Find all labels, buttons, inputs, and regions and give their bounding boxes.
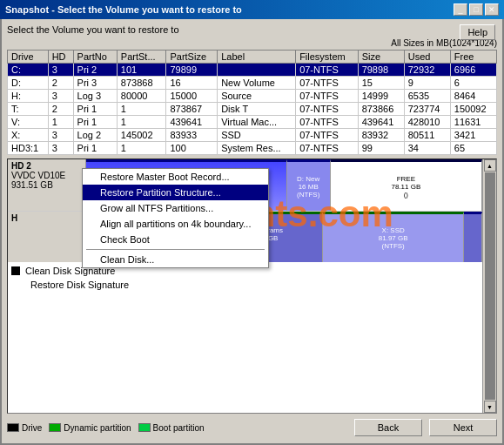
disk-area: HD 2 VVDC VD10E 931.51 GB T: Disk T853.3… [7,158,497,414]
table-cell: D: [8,77,49,90]
table-row[interactable]: X:3Log 214500283933SSD07-NTFS83932805113… [8,129,497,142]
context-menu-sep [86,249,265,250]
table-row[interactable]: D:2Pri 387386816New Volume07-NTFS1596 [8,77,497,90]
table-row[interactable]: H:3Log 38000015000Source07-NTFS149996535… [8,90,497,103]
context-menu-item-clean-disk[interactable]: Clean Disk... [83,252,268,267]
disk-1-label: HD 2 VVDC VD10E 931.51 GB [8,159,86,211]
table-cell: HD3:1 [8,142,49,155]
next-button[interactable]: Next [429,419,497,436]
table-cell: 1 [117,103,166,116]
table-row[interactable]: C:3Pri 21017989907-NTFS79898729326966 [8,64,497,77]
table-cell: 3 [48,90,73,103]
table-cell: T: [8,103,49,116]
table-cell: Pri 1 [73,103,117,116]
table-cell: 72932 [404,64,450,77]
window-controls: _ □ ✕ [454,3,499,16]
maximize-button[interactable]: □ [469,3,483,16]
table-cell: 1 [117,142,166,155]
col-partsize: PartSize [166,51,218,64]
table-cell: 99 [358,142,404,155]
table-cell: 15 [358,77,404,90]
partition-small[interactable] [464,212,482,262]
volume-table: Drive HD PartNo PartSt... PartSize Label… [7,50,497,155]
instruction-text: Select the Volume you want to restore to [7,24,497,35]
restore-disk-signature[interactable]: Restore Disk Signature [8,278,482,292]
restore-disk-label: Restore Disk Signature [30,280,129,290]
col-partst: PartSt... [117,51,166,64]
table-cell: Source [218,90,296,103]
table-cell: 3421 [450,129,496,142]
table-cell: SSD [218,129,296,142]
context-menu-item-grow-ntfs[interactable]: Grow all NTFS Partitions... [83,200,268,216]
nav-buttons: Back Next [354,419,497,436]
disk-1-name: HD 2 [11,161,82,171]
table-cell: 2 [48,77,73,90]
table-cell: 15000 [166,90,218,103]
col-hd: HD [48,51,73,64]
col-size: Size [358,51,404,64]
context-menu-item-restore-mbr[interactable]: Restore Master Boot Record... [83,169,268,185]
legend-label-dynamic: Dynamic partition [64,423,131,433]
disk-1-size: 931.51 GB [11,180,82,190]
table-cell: System Res... [218,142,296,155]
disk-2-name: H [11,213,82,223]
table-cell: New Volume [218,77,296,90]
table-cell: 3 [48,142,73,155]
col-partno: PartNo [73,51,117,64]
table-cell: 873868 [117,77,166,90]
table-cell: 100 [166,142,218,155]
table-cell: 16 [166,77,218,90]
table-cell: H: [8,90,49,103]
table-cell: 07-NTFS [296,116,359,129]
table-cell: 3 [48,64,73,77]
table-cell: 14999 [358,90,404,103]
table-cell: Virtual Mac... [218,116,296,129]
scroll-up-arrow[interactable]: ▲ [484,159,496,172]
table-cell: 83933 [166,129,218,142]
table-cell: X: [8,129,49,142]
clean-disk-dot [11,266,20,275]
scroll-thumb[interactable] [485,172,495,400]
table-cell: 6966 [450,64,496,77]
partition-X[interactable]: X: SSD81.97 GB(NTFS) [323,212,464,262]
legend-label-drive: Drive [22,423,42,433]
table-cell: 83932 [358,129,404,142]
col-free: Free [450,51,496,64]
table-cell: 723774 [404,103,450,116]
table-cell: Log 2 [73,129,117,142]
table-cell: 80511 [404,129,450,142]
table-row[interactable]: HD3:13Pri 11100System Res...07-NTFS99346… [8,142,497,155]
table-row[interactable]: T:2Pri 11873867Disk T07-NTFS873866723774… [8,103,497,116]
table-cell: C: [8,64,49,77]
scroll-down-arrow[interactable]: ▼ [484,401,496,413]
col-label: Label [218,51,296,64]
table-cell: 07-NTFS [296,103,359,116]
disk-content: HD 2 VVDC VD10E 931.51 GB T: Disk T853.3… [8,159,482,413]
table-cell: 3 [48,129,73,142]
table-cell: 9 [404,77,450,90]
legend-label-boot: Boot partition [153,423,205,433]
back-button[interactable]: Back [354,419,422,436]
partition-D[interactable]: D: New16 MB(NTFS) [287,159,331,211]
help-button[interactable]: Help [460,24,495,40]
disk-area-scrollbar[interactable]: ▲ ▼ [482,159,496,413]
table-header-row: Drive HD PartNo PartSt... PartSize Label… [8,51,497,64]
table-cell [218,64,296,77]
disk-row-1: HD 2 VVDC VD10E 931.51 GB T: Disk T853.3… [8,159,482,212]
close-button[interactable]: ✕ [485,3,499,16]
context-menu-item-align[interactable]: Align all partitions on 4k boundary... [83,216,268,232]
window-title: Snapshot - Select the Volume you want to… [5,4,242,15]
disk-2-label: H [8,212,86,262]
context-menu-item-restore-partition[interactable]: Restore Partition Structure... [83,185,268,200]
disk-1-model: VVDC VD10E [11,171,82,180]
table-cell: 439641 [358,116,404,129]
table-cell: 8464 [450,90,496,103]
table-cell: 07-NTFS [296,142,359,155]
minimize-button[interactable]: _ [454,3,467,16]
partition-free[interactable]: FREE78.11 GB() [331,159,482,211]
context-menu-item-check-boot[interactable]: Check Boot [83,232,268,247]
disk-area-inner: HD 2 VVDC VD10E 931.51 GB T: Disk T853.3… [8,159,496,413]
table-cell: Log 3 [73,90,117,103]
table-cell: 101 [117,64,166,77]
table-row[interactable]: V:1Pri 11439641Virtual Mac...07-NTFS4396… [8,116,497,129]
